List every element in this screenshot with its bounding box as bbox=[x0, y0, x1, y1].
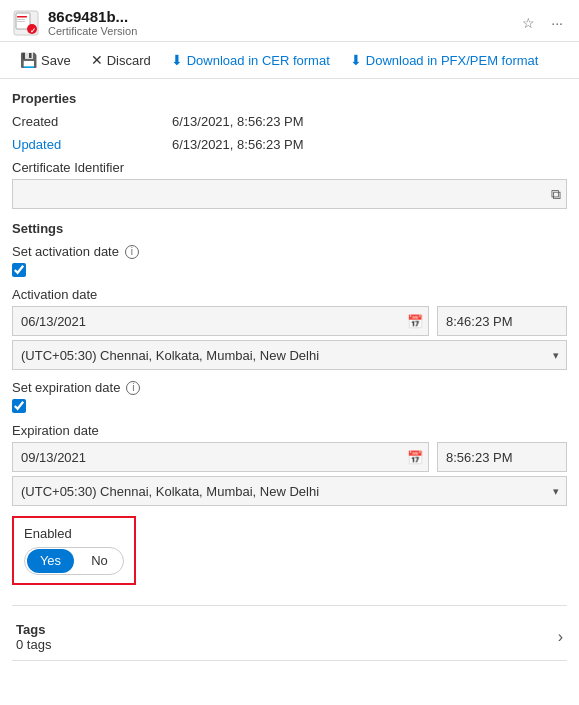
activation-date-label: Activation date bbox=[12, 287, 97, 302]
page-title: 86c9481b... bbox=[48, 8, 510, 25]
header-title-area: 86c9481b... Certificate Version bbox=[48, 8, 510, 37]
activation-date-input[interactable] bbox=[12, 306, 429, 336]
certificate-icon: ✓ bbox=[12, 9, 40, 37]
bottom-divider bbox=[12, 660, 567, 661]
cert-identifier-input[interactable] bbox=[12, 179, 567, 209]
tags-count: 0 tags bbox=[16, 637, 51, 652]
pin-icon[interactable]: ☆ bbox=[518, 13, 539, 33]
discard-icon: ✕ bbox=[91, 52, 103, 68]
save-button[interactable]: 💾 Save bbox=[12, 48, 79, 72]
tags-title: Tags bbox=[16, 622, 51, 637]
copy-icon[interactable]: ⧉ bbox=[551, 186, 561, 203]
created-row: Created 6/13/2021, 8:56:23 PM bbox=[12, 114, 567, 129]
expiration-time-input[interactable] bbox=[437, 442, 567, 472]
discard-label: Discard bbox=[107, 53, 151, 68]
set-activation-label-row: Set activation date i bbox=[12, 244, 567, 259]
activation-checkbox-wrapper bbox=[12, 263, 567, 277]
cert-identifier-section: Certificate Identifier ⧉ bbox=[12, 160, 567, 209]
created-value: 6/13/2021, 8:56:23 PM bbox=[172, 114, 304, 129]
download-cer-button[interactable]: ⬇ Download in CER format bbox=[163, 48, 338, 72]
updated-label: Updated bbox=[12, 137, 172, 152]
updated-row: Updated 6/13/2021, 8:56:23 PM bbox=[12, 137, 567, 152]
tags-row[interactable]: Tags 0 tags › bbox=[12, 614, 567, 660]
expiration-calendar-icon[interactable]: 📅 bbox=[407, 450, 423, 465]
cert-identifier-label: Certificate Identifier bbox=[12, 160, 567, 175]
expiration-date-label-row: Expiration date bbox=[12, 423, 567, 438]
download-pfx-label: Download in PFX/PEM format bbox=[366, 53, 539, 68]
settings-section-title: Settings bbox=[12, 221, 567, 236]
page-subtitle: Certificate Version bbox=[48, 25, 510, 37]
activation-datetime-row: 📅 bbox=[12, 306, 567, 336]
activation-timezone-wrapper: (UTC+05:30) Chennai, Kolkata, Mumbai, Ne… bbox=[12, 340, 567, 370]
discard-button[interactable]: ✕ Discard bbox=[83, 48, 159, 72]
divider bbox=[12, 605, 567, 606]
main-content: Properties Created 6/13/2021, 8:56:23 PM… bbox=[0, 79, 579, 673]
download-cer-icon: ⬇ bbox=[171, 52, 183, 68]
activation-date-group: Activation date 📅 (UTC+05:30) Chennai, K… bbox=[12, 287, 567, 370]
activation-timezone-select[interactable]: (UTC+05:30) Chennai, Kolkata, Mumbai, Ne… bbox=[12, 340, 567, 370]
set-activation-checkbox[interactable] bbox=[12, 263, 26, 277]
expiration-date-input-wrapper: 📅 bbox=[12, 442, 429, 472]
updated-value: 6/13/2021, 8:56:23 PM bbox=[172, 137, 304, 152]
cert-identifier-input-wrapper: ⧉ bbox=[12, 179, 567, 209]
save-icon: 💾 bbox=[20, 52, 37, 68]
svg-rect-2 bbox=[17, 16, 27, 18]
properties-section: Properties Created 6/13/2021, 8:56:23 PM… bbox=[12, 91, 567, 152]
save-label: Save bbox=[41, 53, 71, 68]
svg-rect-3 bbox=[17, 19, 25, 20]
activation-calendar-icon[interactable]: 📅 bbox=[407, 314, 423, 329]
expiration-date-group: Expiration date 📅 (UTC+05:30) Chennai, K… bbox=[12, 423, 567, 506]
activation-info-icon[interactable]: i bbox=[125, 245, 139, 259]
expiration-timezone-select[interactable]: (UTC+05:30) Chennai, Kolkata, Mumbai, Ne… bbox=[12, 476, 567, 506]
set-activation-group: Set activation date i bbox=[12, 244, 567, 277]
page-header: ✓ 86c9481b... Certificate Version ☆ ··· bbox=[0, 0, 579, 42]
tags-left: Tags 0 tags bbox=[16, 622, 51, 652]
download-pfx-icon: ⬇ bbox=[350, 52, 362, 68]
expiration-date-label: Expiration date bbox=[12, 423, 99, 438]
expiration-datetime-row: 📅 bbox=[12, 442, 567, 472]
tags-chevron-right-icon[interactable]: › bbox=[558, 628, 563, 646]
created-label: Created bbox=[12, 114, 172, 129]
activation-time-input[interactable] bbox=[437, 306, 567, 336]
set-expiration-label-row: Set expiration date i bbox=[12, 380, 567, 395]
enabled-label: Enabled bbox=[24, 526, 124, 541]
enabled-section: Enabled Yes No bbox=[12, 516, 136, 585]
set-expiration-group: Set expiration date i bbox=[12, 380, 567, 413]
set-expiration-label: Set expiration date bbox=[12, 380, 120, 395]
expiration-timezone-wrapper: (UTC+05:30) Chennai, Kolkata, Mumbai, Ne… bbox=[12, 476, 567, 506]
expiration-date-input[interactable] bbox=[12, 442, 429, 472]
enabled-no-option[interactable]: No bbox=[76, 547, 123, 575]
activation-date-label-row: Activation date bbox=[12, 287, 567, 302]
svg-rect-4 bbox=[17, 21, 25, 22]
download-cer-label: Download in CER format bbox=[187, 53, 330, 68]
settings-section: Settings Set activation date i Activatio… bbox=[12, 221, 567, 597]
properties-section-title: Properties bbox=[12, 91, 567, 106]
toolbar: 💾 Save ✕ Discard ⬇ Download in CER forma… bbox=[0, 42, 579, 79]
download-pfx-button[interactable]: ⬇ Download in PFX/PEM format bbox=[342, 48, 547, 72]
enabled-toggle-group[interactable]: Yes No bbox=[24, 547, 124, 575]
expiration-info-icon[interactable]: i bbox=[126, 381, 140, 395]
set-expiration-checkbox[interactable] bbox=[12, 399, 26, 413]
more-options-icon[interactable]: ··· bbox=[547, 13, 567, 33]
set-activation-label: Set activation date bbox=[12, 244, 119, 259]
enabled-yes-option[interactable]: Yes bbox=[27, 549, 74, 573]
expiration-checkbox-wrapper bbox=[12, 399, 567, 413]
activation-date-input-wrapper: 📅 bbox=[12, 306, 429, 336]
header-actions: ☆ ··· bbox=[518, 13, 567, 33]
svg-text:✓: ✓ bbox=[30, 27, 36, 34]
